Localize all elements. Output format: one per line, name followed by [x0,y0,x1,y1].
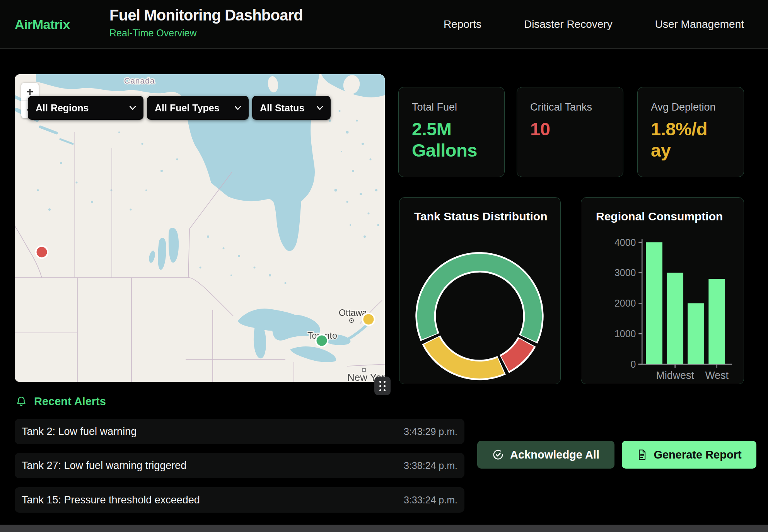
alert-time: 3:38:24 p.m. [404,460,457,471]
regional-consumption-bar-chart: 01000200030004000MidwestWest [581,198,744,384]
stat-card-total-fuel: Total Fuel 2.5M Gallons [398,87,505,177]
alert-message: Tank 27: Low fuel warning triggered [22,460,186,472]
map-marker-warning[interactable] [363,314,375,326]
nav-item-disaster-recovery[interactable]: Disaster Recovery [524,18,613,31]
main-nav: Reports Disaster Recovery User Managemen… [444,0,744,48]
map-label-canada: Canada [124,76,155,85]
app-header: AirMatrix Fuel Monitoring Dashboard Real… [0,0,768,49]
alert-time: 3:43:29 p.m. [404,426,457,437]
svg-text:2000: 2000 [614,298,636,309]
stat-card-critical-tanks: Critical Tanks 10 [517,87,623,177]
nav-item-reports[interactable]: Reports [444,18,481,31]
alert-row: Tank 15: Pressure threshold exceeded 3:3… [15,487,464,513]
chevron-down-icon [235,106,241,110]
nav-item-user-management[interactable]: User Management [655,18,744,31]
window-bottom-edge [0,525,768,532]
map-marker-normal[interactable] [316,335,328,347]
stat-label: Avg Depletion [651,101,730,113]
alert-message: Tank 2: Low fuel warning [22,426,137,438]
stat-label: Critical Tanks [530,101,610,113]
stat-value-total-fuel: 2.5M Gallons [412,119,491,161]
status-filter-value: All Status [260,102,304,114]
tank-status-distribution-card: Tank Status Distribution [399,197,561,384]
stat-value-avg-depletion: 1.8%/day [651,119,709,161]
tank-status-donut-chart [399,198,560,384]
map-resize-handle[interactable] [374,377,391,395]
recent-alerts-title: Recent Alerts [34,395,106,408]
page-subtitle: Real-Time Overview [109,27,303,39]
chevron-down-icon [130,106,136,110]
region-filter-dropdown[interactable]: All Regions [28,96,143,120]
svg-text:3000: 3000 [614,267,636,278]
fuel-monitoring-dashboard: AirMatrix Fuel Monitoring Dashboard Real… [0,0,768,532]
regional-consumption-card: Regional Consumption 01000200030004000Mi… [581,197,744,384]
region-filter-value: All Regions [36,102,89,114]
bell-icon [15,396,27,408]
brand-logo: AirMatrix [15,17,70,32]
new-york-city-square-icon [362,368,365,372]
svg-text:4000: 4000 [614,237,636,248]
page-title: Fuel Monitoring Dashboard [109,7,303,24]
status-filter-dropdown[interactable]: All Status [252,96,331,120]
recent-alerts-header: Recent Alerts [15,395,106,408]
stat-value-critical-tanks: 10 [530,119,610,140]
acknowledge-all-label: Acknowledge All [510,448,599,461]
fuel-type-filter-value: All Fuel Types [155,102,220,114]
tank-map[interactable]: Canada Ottawa Toronto New York + − All R… [15,74,385,382]
fuel-type-filter-dropdown[interactable]: All Fuel Types [147,96,249,120]
drag-dots-icon [379,381,386,391]
svg-text:Midwest: Midwest [656,370,694,381]
svg-text:West: West [705,370,729,381]
stat-label: Total Fuel [412,101,491,113]
generate-report-label: Generate Report [654,448,741,461]
file-text-icon [637,449,647,460]
alert-row: Tank 2: Low fuel warning 3:43:29 p.m. [15,419,464,444]
stat-card-avg-depletion: Avg Depletion 1.8%/day [637,87,744,177]
alert-time: 3:33:24 p.m. [404,494,457,506]
title-block: Fuel Monitoring Dashboard Real-Time Over… [109,7,303,39]
map-marker-critical[interactable] [36,246,48,258]
svg-text:1000: 1000 [614,328,636,339]
check-circle-icon [492,449,504,460]
map-canvas: Canada Ottawa Toronto New York [15,74,385,382]
chevron-down-icon [317,106,323,110]
svg-text:0: 0 [630,359,636,370]
alert-row: Tank 27: Low fuel warning triggered 3:38… [15,453,464,478]
generate-report-button[interactable]: Generate Report [622,441,756,469]
alert-message: Tank 15: Pressure threshold exceeded [22,494,200,506]
acknowledge-all-button[interactable]: Acknowledge All [477,441,614,469]
